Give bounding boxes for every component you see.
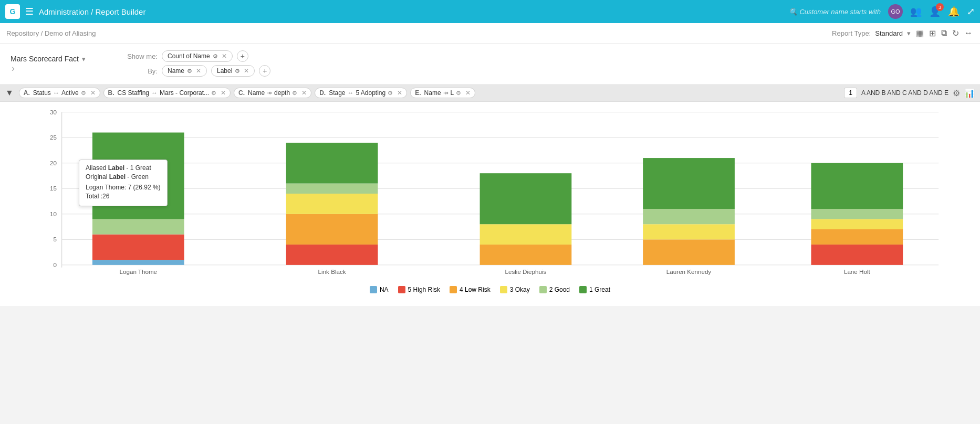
chart-legend: NA 5 High Risk 4 Low Risk 3 Okay 2 Good … — [11, 282, 969, 295]
svg-text:Leslie Diephuis: Leslie Diephuis — [505, 268, 547, 275]
show-me-add-button[interactable]: + — [237, 50, 248, 62]
by-label-pill[interactable]: Label ⚙ ✕ — [211, 65, 255, 77]
legend-na-label: NA — [380, 286, 389, 293]
bar-lane-okay — [811, 219, 903, 229]
bar-lane-highrisk — [811, 245, 903, 265]
filter-b-arrow: ↔ — [151, 89, 158, 97]
chart-toggle-icon[interactable]: 📊 — [964, 88, 975, 98]
bar-lauren-lowrisk — [643, 239, 735, 265]
bar-logan-highrisk — [92, 235, 184, 260]
filter-d[interactable]: D. Stage ↔ 5 Adopting ⚙ ✕ — [315, 88, 407, 98]
filter-settings-icon[interactable]: ⚙ — [953, 88, 960, 98]
chart-area: 0 5 10 15 20 25 30 Logan Thome — [0, 102, 980, 306]
filter-b[interactable]: B. CS Staffing ↔ Mars - Corporat... ⚙ ✕ — [103, 88, 231, 98]
refresh-icon[interactable]: ↻ — [951, 27, 960, 39]
filter-e-value: L — [451, 89, 454, 97]
bar-link-good — [286, 184, 378, 194]
filter-d-gear-icon[interactable]: ⚙ — [388, 90, 393, 97]
filter-c-id: C. — [238, 89, 245, 97]
svg-text:Logan Thome: Logan Thome — [120, 268, 158, 275]
filter-e-arrow: ↠ — [443, 89, 449, 97]
filter-b-gear-icon[interactable]: ⚙ — [211, 90, 216, 97]
page-title: Administration / Report Builder — [39, 7, 784, 16]
condition-expression: A AND B AND C AND D AND E — [861, 89, 948, 97]
filter-bar: ▼ A. Status ↔ Active ⚙ ✕ B. CS Staffing … — [0, 84, 980, 102]
bell-icon[interactable]: 🔔 — [948, 6, 960, 17]
by-label: By: — [126, 67, 158, 75]
filter-a-close-icon[interactable]: ✕ — [90, 89, 96, 97]
legend-great-swatch — [579, 286, 587, 293]
filter-c-close-icon[interactable]: ✕ — [301, 89, 307, 97]
by-label-close-icon[interactable]: ✕ — [244, 67, 249, 75]
by-add-button[interactable]: + — [259, 65, 270, 77]
report-type-label: Report Type: — [832, 29, 871, 37]
search-icon: 🔍 — [789, 8, 797, 16]
split-view-icon[interactable]: ⧉ — [940, 27, 948, 39]
condition-number[interactable]: 1 — [844, 88, 857, 98]
filter-a-arrow: ↔ — [53, 89, 59, 97]
by-label-gear-icon[interactable]: ⚙ — [235, 68, 240, 75]
filter-b-id: B. — [108, 89, 114, 97]
bar-lane-lowrisk — [811, 229, 903, 245]
svg-text:Lane Holt: Lane Holt — [844, 268, 871, 275]
svg-text:5: 5 — [54, 236, 57, 242]
by-name-pill[interactable]: Name ⚙ ✕ — [162, 65, 207, 77]
detail-view-icon[interactable]: ⊞ — [928, 27, 937, 39]
filter-a-value: Active — [61, 89, 79, 97]
sub-navigation: Repository / Demo of Aliasing Report Typ… — [0, 23, 980, 44]
filter-icon[interactable]: ▼ — [5, 88, 14, 98]
bar-lauren-good — [643, 209, 735, 224]
bar-link-great — [286, 143, 378, 184]
filter-d-close-icon[interactable]: ✕ — [397, 89, 402, 97]
filter-c-value: depth — [274, 89, 290, 97]
filter-c-arrow: ↠ — [267, 89, 272, 97]
user-avatar[interactable]: GO — [888, 4, 903, 19]
filter-c-gear-icon[interactable]: ⚙ — [292, 90, 297, 97]
table-view-icon[interactable]: ▦ — [915, 27, 925, 39]
filter-e-name: Name — [424, 89, 441, 97]
mars-scorecard-dropdown[interactable]: Mars Scorecard Fact ▾ — [11, 55, 126, 63]
filter-a-gear-icon[interactable]: ⚙ — [81, 90, 86, 97]
svg-text:30: 30 — [50, 109, 57, 115]
legend-great: 1 Great — [579, 286, 610, 293]
show-me-close-icon[interactable]: ✕ — [222, 52, 227, 60]
filter-c-name: Name — [248, 89, 265, 97]
show-me-row: Show me: Count of Name ⚙ ✕ + — [126, 50, 969, 62]
show-me-pill[interactable]: Count of Name ⚙ ✕ — [162, 50, 233, 62]
filter-e[interactable]: E. Name ↠ L ⚙ ✕ — [410, 88, 475, 98]
expand-icon[interactable]: ⤢ — [967, 6, 975, 17]
main-content: Mars Scorecard Fact ▾ › Show me: Count o… — [0, 44, 980, 306]
filter-c[interactable]: C. Name ↠ depth ⚙ ✕ — [234, 88, 311, 98]
report-type-dropdown-icon[interactable]: ▾ — [907, 29, 911, 37]
bar-leslie-okay — [480, 224, 572, 245]
user-profile-icon[interactable]: 👤 3 — [929, 6, 941, 17]
by-name-gear-icon[interactable]: ⚙ — [187, 68, 192, 75]
filter-b-name: CS Staffing — [118, 89, 149, 97]
filter-e-close-icon[interactable]: ✕ — [465, 89, 471, 97]
avatar-icon[interactable]: GO — [888, 4, 903, 19]
hamburger-menu[interactable]: ☰ — [25, 6, 34, 17]
fullscreen-icon[interactable]: ↔ — [963, 27, 974, 39]
filter-a-name: Status — [33, 89, 51, 97]
legend-highrisk: 5 High Risk — [398, 286, 440, 293]
show-me-gear-icon[interactable]: ⚙ — [213, 53, 218, 60]
by-name-close-icon[interactable]: ✕ — [196, 67, 201, 75]
filter-e-gear-icon[interactable]: ⚙ — [456, 90, 461, 97]
filter-a[interactable]: A. Status ↔ Active ⚙ ✕ — [19, 88, 100, 98]
report-type-value: Standard — [875, 29, 903, 37]
notification-badge: 3 — [936, 3, 944, 11]
chart-container: 0 5 10 15 20 25 30 Logan Thome — [11, 107, 969, 282]
mars-scorecard-label: Mars Scorecard Fact — [11, 55, 79, 63]
svg-text:15: 15 — [50, 185, 57, 192]
bar-lane-great — [811, 163, 903, 209]
users-icon[interactable]: 👥 — [910, 6, 922, 17]
collapse-arrow[interactable]: › — [12, 63, 16, 74]
search-bar[interactable]: 🔍 Customer name starts with — [789, 8, 881, 16]
search-placeholder: Customer name starts with — [799, 8, 881, 16]
filter-d-name: Stage — [329, 89, 345, 97]
svg-text:0: 0 — [54, 261, 57, 268]
filter-b-close-icon[interactable]: ✕ — [221, 89, 226, 97]
legend-na-swatch — [370, 286, 377, 293]
svg-text:20: 20 — [50, 160, 57, 166]
legend-na: NA — [370, 286, 389, 293]
